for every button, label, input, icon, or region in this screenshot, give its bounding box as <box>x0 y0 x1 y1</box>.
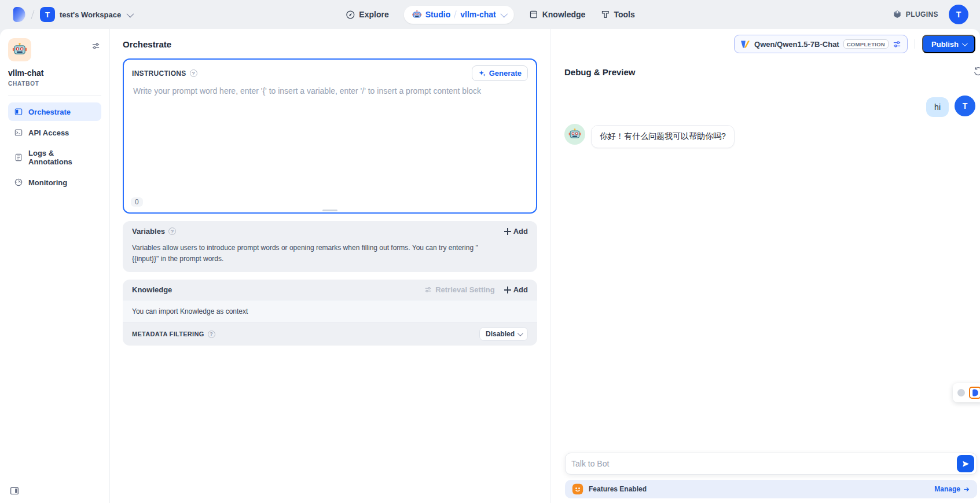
terminal-icon <box>14 128 23 137</box>
variables-title: Variables <box>132 227 165 236</box>
publish-button[interactable]: Publish <box>922 35 975 53</box>
publish-label: Publish <box>931 40 959 49</box>
sidebar-item-label: Orchestrate <box>28 108 71 116</box>
nav-knowledge[interactable]: Knowledge <box>529 10 586 19</box>
robot-icon <box>412 10 422 20</box>
variables-panel: Variables Add Variables allow users to i… <box>123 221 537 272</box>
chevron-down-icon <box>517 331 523 336</box>
knowledge-empty-text: You can import Knowledge as context <box>123 300 537 323</box>
collapse-sidebar-icon[interactable] <box>9 486 20 496</box>
chevron-down-icon[interactable] <box>127 10 134 17</box>
generate-button[interactable]: Generate <box>472 65 528 81</box>
divider <box>8 95 101 96</box>
help-icon[interactable] <box>168 227 176 235</box>
talk-to-bot-input[interactable] <box>571 459 957 468</box>
assistant-message-bubble: 你好！有什么问题我可以帮助你吗? <box>591 125 735 148</box>
metadata-filtering-label: METADATA FILTERING <box>132 331 204 337</box>
widget-dot-icon <box>957 389 965 396</box>
generate-label: Generate <box>489 69 522 78</box>
model-badge: COMPLETION <box>843 39 889 49</box>
floating-widget[interactable] <box>953 383 980 402</box>
explore-compass-icon <box>345 10 355 20</box>
nav-plugins-label: PLUGINS <box>906 10 938 19</box>
bot-chat-avatar <box>564 124 585 145</box>
add-label: Add <box>513 285 528 294</box>
app-settings-icon[interactable] <box>91 42 100 50</box>
sidebar-item-monitoring[interactable]: Monitoring <box>8 173 101 192</box>
send-button[interactable] <box>957 455 974 472</box>
sidebar-app-type: CHATBOT <box>8 80 101 87</box>
knowledge-book-icon <box>529 10 538 19</box>
app-sidebar: vllm-chat CHATBOT Orchestrate API Access <box>0 29 110 503</box>
retrieval-setting-button[interactable]: Retrieval Setting <box>424 285 495 294</box>
sidebar-item-logs-annotations[interactable]: Logs & Annotations <box>8 144 101 171</box>
features-label: Features Enabled <box>589 485 929 493</box>
chat-area: hi T 你好！有什么问题我可以帮助你吗? <box>564 96 975 148</box>
sliders-icon <box>424 286 432 293</box>
header-actions: Qwen/Qwen1.5-7B-Chat COMPLETION Publish <box>734 35 975 53</box>
nav-knowledge-label: Knowledge <box>542 10 586 19</box>
chevron-down-icon[interactable] <box>500 10 508 17</box>
features-bar: Features Enabled Manage <box>565 480 977 498</box>
metadata-filtering-row: METADATA FILTERING Disabled <box>123 323 537 346</box>
add-variable-button[interactable]: Add <box>504 227 528 236</box>
chat-input-bar <box>565 453 977 475</box>
help-icon[interactable] <box>190 69 197 77</box>
top-nav: T test's Workspace Explore <box>0 0 980 29</box>
features-icon <box>572 483 583 495</box>
app-icon[interactable] <box>8 38 31 61</box>
nav-explore[interactable]: Explore <box>345 10 388 20</box>
model-name: Qwen/Qwen1.5-7B-Chat <box>754 40 839 49</box>
tools-hammer-icon <box>600 10 610 19</box>
sidebar-item-label: API Access <box>28 128 69 137</box>
user-chat-avatar: T <box>955 96 975 116</box>
breadcrumb-separator <box>31 10 35 19</box>
nav-explore-label: Explore <box>359 10 388 19</box>
dify-logo[interactable] <box>12 6 25 23</box>
sidebar-app-name: vllm-chat <box>8 68 101 78</box>
monitoring-gauge-icon <box>14 178 23 187</box>
chevron-down-icon <box>962 41 968 46</box>
add-label: Add <box>513 227 528 236</box>
nav-tools-label: Tools <box>614 10 634 19</box>
vllm-logo-icon <box>740 39 750 49</box>
char-count: 0 <box>131 197 143 207</box>
sidebar-item-api-access[interactable]: API Access <box>8 123 101 142</box>
nav-tools[interactable]: Tools <box>600 10 634 19</box>
add-knowledge-button[interactable]: Add <box>504 285 528 294</box>
manage-label: Manage <box>934 485 960 493</box>
resize-handle[interactable] <box>322 210 337 211</box>
knowledge-title: Knowledge <box>132 285 172 294</box>
nav-studio-pill[interactable]: Studio vllm-chat <box>404 6 514 24</box>
nav-app-name: vllm-chat <box>460 10 495 19</box>
model-selector[interactable]: Qwen/Qwen1.5-7B-Chat COMPLETION <box>734 35 908 53</box>
plus-icon <box>504 228 511 235</box>
metadata-filtering-value: Disabled <box>486 330 515 338</box>
debug-preview-panel: Debug & Preview hi T <box>550 29 980 503</box>
widget-app-icon <box>969 387 980 399</box>
metadata-filtering-select[interactable]: Disabled <box>479 327 528 341</box>
retrieval-setting-label: Retrieval Setting <box>435 285 495 294</box>
breadcrumb-separator <box>454 10 457 19</box>
help-icon[interactable] <box>208 331 215 338</box>
user-avatar[interactable]: T <box>949 5 968 24</box>
assistant-message-row: 你好！有什么问题我可以帮助你吗? <box>564 124 975 148</box>
model-config-sliders-icon[interactable] <box>893 40 901 49</box>
workspace-name[interactable]: test's Workspace <box>60 10 121 19</box>
divider <box>915 39 915 49</box>
user-message-row: hi T <box>564 96 975 117</box>
plugins-box-icon <box>893 10 902 19</box>
page-title: Orchestrate <box>123 39 537 49</box>
orchestrate-window-icon <box>14 107 23 116</box>
workspace-avatar[interactable]: T <box>40 7 55 22</box>
knowledge-panel: Knowledge Retrieval Setting <box>123 280 537 346</box>
sidebar-item-orchestrate[interactable]: Orchestrate <box>8 102 101 121</box>
user-message-bubble: hi <box>926 97 949 117</box>
nav-plugins[interactable]: PLUGINS <box>893 10 938 19</box>
content-sheet: vllm-chat CHATBOT Orchestrate API Access <box>0 29 980 503</box>
sidebar-item-label: Logs & Annotations <box>28 149 96 166</box>
restart-conversation-icon[interactable] <box>973 66 980 76</box>
prompt-editor[interactable]: Write your prompt word here, enter '{' t… <box>124 83 536 176</box>
debug-preview-title: Debug & Preview <box>564 67 636 77</box>
manage-link[interactable]: Manage <box>934 485 970 493</box>
